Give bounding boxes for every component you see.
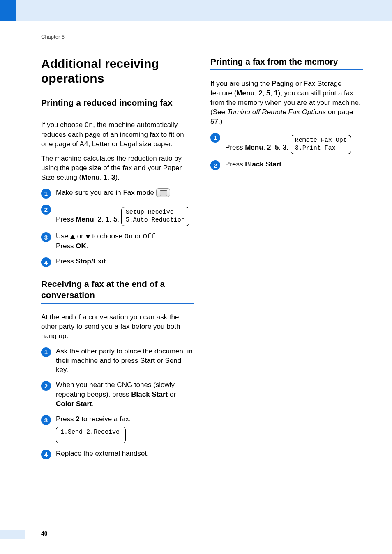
lcd-line: Remote Fax Opt bbox=[295, 137, 347, 144]
key-5: 5 bbox=[113, 215, 117, 223]
step-number-icon: 2 bbox=[41, 381, 51, 391]
left-margin bbox=[0, 0, 16, 554]
key-2: 2 bbox=[267, 143, 271, 151]
lcd-line: 5.Auto Reduction bbox=[126, 217, 185, 224]
section-heading-reduced: Printing a reduced incoming fax bbox=[41, 97, 194, 111]
key-menu: Menu bbox=[76, 215, 94, 223]
step-number-icon: 3 bbox=[41, 415, 51, 425]
up-arrow-icon bbox=[70, 235, 75, 239]
lcd-line: 1.Send 2.Receive bbox=[60, 429, 120, 436]
text: Press bbox=[56, 242, 76, 250]
paragraph: If you choose On, the machine automatica… bbox=[41, 120, 194, 149]
text: , bbox=[255, 89, 258, 97]
key-ok: OK bbox=[76, 242, 86, 250]
text: , bbox=[109, 215, 113, 223]
section-heading-end-conv: Receiving a fax at the end of a conversa… bbox=[41, 279, 194, 304]
text: . bbox=[286, 143, 288, 151]
key-5: 5 bbox=[275, 143, 279, 151]
text: . bbox=[281, 160, 284, 168]
paragraph: If you are using the Paging or Fax Stora… bbox=[210, 79, 363, 127]
key-1: 1 bbox=[106, 215, 109, 223]
section-heading-print-memory: Printing a fax from the memory bbox=[210, 56, 363, 70]
text: , bbox=[100, 173, 104, 181]
lcd-display: 1.Send 2.Receive bbox=[56, 427, 126, 443]
step-number-icon: 1 bbox=[210, 133, 220, 143]
paragraph: The machine calculates the reduction rat… bbox=[41, 154, 194, 182]
step-1: 1 Make sure you are in Fax mode . bbox=[41, 188, 194, 199]
key-5: 5 bbox=[266, 89, 270, 97]
text: to receive a fax. bbox=[80, 415, 131, 423]
text: Press bbox=[225, 160, 245, 168]
step-number-icon: 1 bbox=[41, 189, 51, 199]
step-number-icon: 3 bbox=[41, 232, 51, 242]
key-menu: Menu bbox=[81, 173, 99, 181]
step-number-icon: 2 bbox=[41, 205, 51, 215]
paragraph: At the end of a conversation you can ask… bbox=[41, 313, 194, 341]
text: Press bbox=[225, 143, 245, 151]
fax-mode-icon bbox=[156, 188, 170, 197]
step-1: 1 Press Menu, 2, 5, 3. Remote Fax Opt 3.… bbox=[210, 132, 363, 155]
text: , bbox=[263, 89, 266, 97]
step-2: 2 When you hear the CNG tones (slowly re… bbox=[41, 381, 194, 409]
key-black-start: Black Start bbox=[245, 160, 281, 168]
text: . bbox=[155, 232, 157, 240]
footer-tab bbox=[0, 530, 25, 539]
step-3: 3 Press 2 to receive a fax. 1.Send 2.Rec… bbox=[41, 415, 194, 443]
text: , bbox=[94, 215, 98, 223]
step-2: 2 Press Menu, 2, 1, 5. Setup Receive 5.A… bbox=[41, 204, 194, 226]
chapter-label: Chapter 6 bbox=[41, 34, 363, 40]
text: , bbox=[263, 143, 267, 151]
code-off: Off bbox=[143, 233, 156, 240]
text: . bbox=[170, 189, 172, 196]
key-3: 3 bbox=[111, 173, 115, 181]
text: or bbox=[75, 232, 85, 240]
page-title: Additional receiving operations bbox=[41, 56, 194, 86]
step-number-icon: 1 bbox=[41, 347, 51, 357]
cross-reference: Turning off Remote Fax Options bbox=[227, 108, 326, 116]
text: Replace the external handset. bbox=[56, 449, 194, 459]
text: , bbox=[270, 89, 274, 97]
text: or bbox=[168, 390, 176, 398]
text: Ask the other party to place the documen… bbox=[56, 347, 194, 375]
text: Press bbox=[56, 415, 76, 423]
key-2: 2 bbox=[258, 89, 262, 97]
page-number: 40 bbox=[41, 530, 48, 537]
key-1: 1 bbox=[104, 173, 107, 181]
step-3: 3 Use or to choose On or Off. Press OK. bbox=[41, 232, 194, 251]
chapter-tab bbox=[0, 0, 16, 21]
text: . bbox=[92, 400, 94, 408]
step-1: 1 Ask the other party to place the docum… bbox=[41, 347, 194, 375]
text: or bbox=[133, 232, 143, 240]
step-number-icon: 4 bbox=[41, 257, 51, 267]
text: . bbox=[117, 215, 119, 223]
text: Press bbox=[56, 257, 76, 265]
text: Use bbox=[56, 232, 70, 240]
step-2: 2 Press Black Start. bbox=[210, 160, 363, 170]
key-2: 2 bbox=[76, 415, 79, 423]
step-number-icon: 2 bbox=[210, 160, 220, 170]
code-on: On bbox=[125, 233, 133, 240]
lcd-display: Setup Receive 5.Auto Reduction bbox=[121, 207, 189, 226]
key-menu: Menu bbox=[245, 143, 263, 151]
lcd-line: Setup Receive bbox=[126, 209, 174, 216]
text: Press bbox=[56, 215, 76, 223]
text: , bbox=[108, 173, 111, 181]
key-menu: Menu bbox=[236, 89, 254, 97]
text: . bbox=[106, 257, 108, 265]
text: to choose bbox=[90, 232, 125, 240]
key-color-start: Color Start bbox=[56, 400, 92, 408]
key-black-start: Black Start bbox=[131, 390, 168, 398]
lcd-display: Remote Fax Opt 3.Print Fax bbox=[291, 135, 351, 155]
step-number-icon: 4 bbox=[41, 450, 51, 459]
key-3: 3 bbox=[283, 143, 286, 151]
text: , bbox=[279, 143, 282, 151]
text: , bbox=[102, 215, 106, 223]
text: . bbox=[86, 242, 88, 250]
text: ). bbox=[115, 173, 120, 181]
text: , bbox=[271, 143, 275, 151]
step-4: 4 Press Stop/Exit. bbox=[41, 257, 194, 267]
lcd-line: 3.Print Fax bbox=[295, 145, 336, 152]
text: If you choose bbox=[41, 121, 85, 129]
key-2: 2 bbox=[98, 215, 101, 223]
code-on: On bbox=[85, 121, 93, 129]
